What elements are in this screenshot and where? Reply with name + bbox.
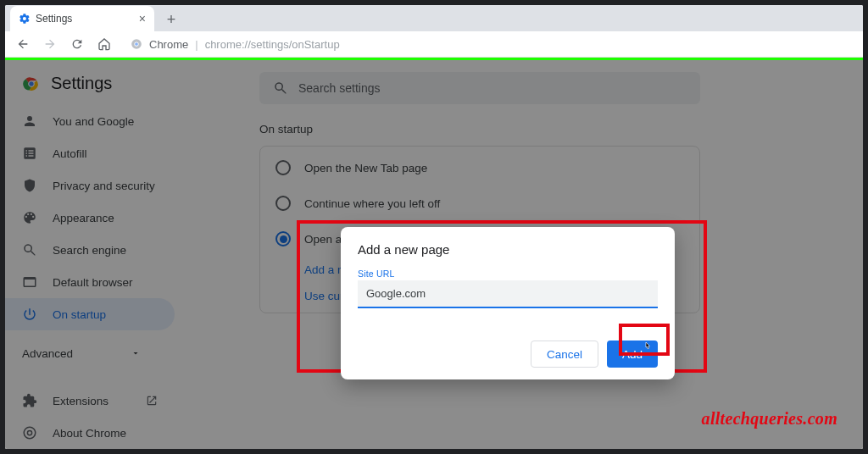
add-page-dialog: Add a new page Site URL Cancel Add	[341, 227, 675, 379]
watermark: alltechqueries.com	[702, 409, 837, 429]
close-tab-icon[interactable]: ×	[139, 12, 146, 25]
browser-tab[interactable]: Settings ×	[10, 6, 154, 31]
field-label: Site URL	[358, 269, 658, 279]
cancel-button[interactable]: Cancel	[531, 340, 598, 368]
site-url-input[interactable]	[358, 280, 658, 308]
gear-icon	[19, 13, 31, 25]
new-tab-button[interactable]: +	[159, 8, 183, 31]
nav-back-button[interactable]	[12, 33, 34, 55]
home-button[interactable]	[93, 33, 115, 55]
address-bar[interactable]: Chrome | chrome://settings/onStartup	[120, 33, 856, 55]
reload-button[interactable]	[66, 33, 88, 55]
tab-title: Settings	[36, 13, 72, 25]
chrome-icon	[131, 38, 142, 50]
omnibox-url: chrome://settings/onStartup	[205, 38, 340, 51]
svg-point-2	[135, 42, 138, 46]
browser-toolbar: Chrome | chrome://settings/onStartup	[5, 31, 863, 58]
add-button[interactable]: Add	[607, 340, 658, 368]
tab-strip: Settings × +	[5, 5, 863, 31]
omnibox-label: Chrome	[149, 38, 188, 51]
dialog-title: Add a new page	[358, 242, 658, 257]
nav-forward-button[interactable]	[39, 33, 61, 55]
